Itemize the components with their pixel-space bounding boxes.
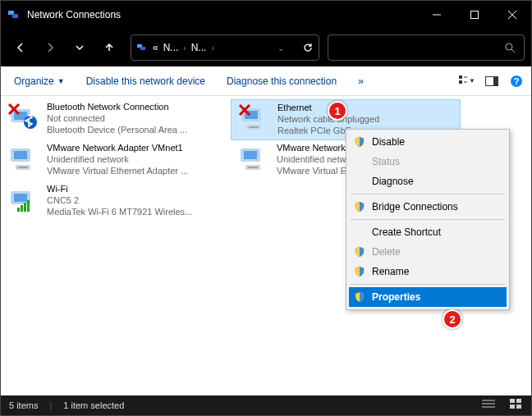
connection-name: Bluetooth Network Connection [47, 101, 224, 112]
window-title: Network Connections [27, 9, 121, 21]
svg-rect-48 [510, 405, 515, 409]
svg-line-9 [511, 49, 515, 53]
menu-item-label: Properties [372, 291, 420, 303]
connection-name: Ethernet [277, 102, 453, 113]
menu-separator [351, 284, 505, 285]
connection-device: VMware Virtual Ethernet Adapter ... [47, 165, 224, 176]
svg-text:?: ? [514, 76, 520, 86]
menu-item-disable[interactable]: Disable [349, 132, 507, 152]
connection-icon [7, 101, 40, 134]
maximize-button[interactable] [456, 1, 493, 29]
organize-button[interactable]: Organize▼ [7, 72, 71, 90]
minimize-button[interactable] [418, 1, 456, 29]
chevron-down-icon: ▼ [57, 77, 65, 85]
window: Network Connections « N... › N... › ⌄ Or… [0, 0, 532, 416]
connection-icon [7, 142, 40, 175]
svg-rect-39 [17, 208, 20, 212]
shield-icon [354, 136, 365, 148]
svg-rect-49 [516, 405, 521, 409]
connection-status: Network cable unplugged [277, 113, 453, 125]
help-button[interactable]: ? [508, 73, 525, 89]
view-options-button[interactable]: ▼ [459, 73, 475, 89]
command-bar: Organize▼ Disable this network device Di… [1, 66, 531, 96]
shield-icon [354, 201, 365, 213]
svg-rect-38 [14, 194, 27, 202]
content-area: Bluetooth Network ConnectionNot connecte… [1, 96, 531, 395]
menu-item-label: Delete [372, 246, 401, 258]
svg-rect-46 [510, 399, 515, 403]
menu-item-label: Diagnose [372, 176, 414, 187]
menu-separator [351, 194, 505, 194]
connection-icon [237, 142, 270, 175]
menu-item-bridge-connections[interactable]: Bridge Connections [349, 197, 507, 217]
more-commands-button[interactable]: » [351, 72, 370, 90]
large-icons-view-icon[interactable] [510, 399, 523, 412]
svg-point-8 [506, 43, 512, 50]
menu-separator [351, 219, 505, 220]
chevron-down-icon[interactable]: ⌄ [277, 43, 284, 53]
menu-item-create-shortcut[interactable]: Create Shortcut [349, 222, 507, 242]
menu-item-diagnose[interactable]: Diagnose [349, 171, 507, 191]
svg-rect-34 [244, 151, 257, 159]
chevron-right-icon: › [211, 43, 213, 53]
connection-item[interactable]: VMware Network Adapter VMnet1Unidentifie… [1, 140, 231, 181]
shield-icon [354, 291, 365, 303]
svg-rect-26 [249, 126, 259, 128]
connection-icon [7, 183, 40, 216]
svg-rect-42 [27, 200, 30, 212]
connection-device: MediaTek Wi-Fi 6 MT7921 Wireles... [47, 206, 224, 217]
svg-rect-7 [140, 47, 145, 50]
menu-item-label: Create Shortcut [372, 226, 441, 238]
menu-item-status: Status [349, 152, 507, 171]
status-selection: 1 item selected [63, 400, 124, 410]
svg-rect-40 [21, 205, 23, 212]
nav-row: « N... › N... › ⌄ [1, 29, 531, 66]
connection-name: Wi-Fi [47, 183, 224, 194]
refresh-icon[interactable] [302, 42, 314, 53]
chevron-right-icon: › [183, 43, 186, 53]
breadcrumb-segment[interactable]: N... [163, 42, 179, 53]
address-icon [136, 42, 148, 53]
nav-back-button[interactable] [7, 34, 34, 61]
status-bar: 5 items | 1 item selected [1, 395, 531, 415]
svg-rect-10 [459, 75, 462, 79]
titlebar: Network Connections [1, 1, 531, 29]
shield-icon [354, 266, 365, 277]
svg-rect-41 [24, 203, 26, 212]
disable-device-button[interactable]: Disable this network device [80, 72, 212, 90]
nav-recent-button[interactable] [66, 34, 93, 61]
address-bar[interactable]: « N... › N... › ⌄ [131, 34, 319, 61]
connection-name: VMware Network Adapter VMnet1 [47, 142, 224, 153]
menu-item-label: Status [372, 156, 400, 167]
menu-item-delete: Delete [349, 242, 507, 262]
nav-forward-button[interactable] [37, 34, 63, 61]
breadcrumb-segment[interactable]: N... [191, 42, 207, 53]
status-item-count: 5 items [9, 400, 38, 410]
menu-item-label: Bridge Connections [372, 201, 458, 213]
nav-up-button[interactable] [96, 34, 122, 61]
svg-rect-15 [493, 77, 498, 85]
menu-item-rename[interactable]: Rename [349, 262, 507, 281]
connection-device: Bluetooth Device (Personal Area ... [47, 124, 224, 135]
connection-item[interactable]: Bluetooth Network ConnectionNot connecte… [1, 99, 231, 140]
diagnose-connection-button[interactable]: Diagnose this connection [220, 72, 343, 90]
annotation-callout: 1 [328, 101, 347, 121]
preview-pane-button[interactable] [484, 73, 500, 89]
connection-status: Unidentified network [47, 153, 224, 165]
details-view-icon[interactable] [482, 399, 495, 412]
search-input[interactable] [328, 34, 525, 61]
svg-rect-3 [471, 11, 479, 19]
menu-item-properties[interactable]: Properties [349, 287, 507, 307]
svg-rect-32 [18, 167, 28, 168]
connection-status: CNC5 2 [47, 194, 224, 206]
menu-item-label: Disable [372, 136, 405, 148]
close-button[interactable] [493, 1, 531, 29]
app-icon [7, 8, 21, 21]
search-icon [504, 42, 516, 53]
shield-icon [354, 246, 365, 258]
svg-rect-30 [14, 151, 27, 159]
context-menu: DisableStatusDiagnoseBridge ConnectionsC… [346, 129, 510, 310]
svg-rect-1 [12, 14, 18, 18]
connection-icon [238, 102, 271, 135]
connection-item[interactable]: Wi-FiCNC5 2MediaTek Wi-Fi 6 MT7921 Wirel… [1, 181, 231, 222]
